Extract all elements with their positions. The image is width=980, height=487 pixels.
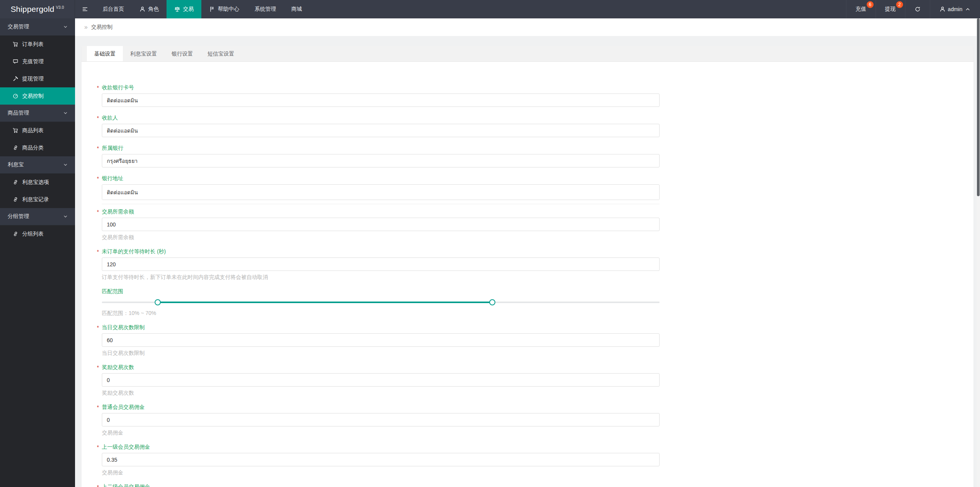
sidebar-item-withdraw-manage[interactable]: 提现管理: [0, 70, 75, 87]
sidebar: 交易管理订单列表充值管理提现管理交易控制商品管理商品列表商品分类利息宝利息宝选项…: [0, 18, 75, 487]
form-item-level2-commission: *上二级会员交易佣金: [102, 483, 973, 487]
normal-commission-input[interactable]: [102, 413, 660, 426]
sidebar-section-trade-manage[interactable]: 交易管理: [0, 18, 75, 36]
breadcrumb-label: 交易控制: [91, 24, 113, 31]
nav-item-label: 系统管理: [255, 6, 276, 13]
link-icon: [13, 179, 18, 185]
sidebar-section-label: 分组管理: [8, 213, 29, 220]
withdraw-button[interactable]: 提现 2: [875, 0, 905, 18]
app-logo: ShippergoldV3.0: [0, 0, 75, 18]
nav-item-roles[interactable]: 角色: [132, 0, 167, 18]
slider-fill: [158, 302, 492, 303]
withdraw-label: 提现: [885, 6, 896, 13]
sidebar-item-group-list[interactable]: 分组列表: [0, 225, 75, 243]
payee-card-number-input[interactable]: [102, 93, 660, 107]
payee-name-input[interactable]: [102, 124, 660, 137]
bank-name-input[interactable]: [102, 154, 660, 167]
bank-address-textarea[interactable]: [102, 184, 660, 200]
required-asterisk: *: [97, 444, 99, 451]
page-scrollbar: [977, 18, 980, 487]
form-item-bank-name: *所属银行: [102, 144, 973, 167]
gauge-icon: [13, 93, 18, 99]
cart-icon: [13, 41, 18, 47]
sidebar-item-label: 分组列表: [22, 231, 44, 238]
daily-trade-limit-input[interactable]: [102, 333, 660, 347]
link-icon: [13, 145, 18, 151]
link-icon: [13, 231, 18, 237]
sidebar-section-goods-manage[interactable]: 商品管理: [0, 105, 75, 122]
sidebar-section-group-manage[interactable]: 分组管理: [0, 208, 75, 225]
required-asterisk: *: [97, 324, 99, 331]
tab-bank[interactable]: 银行设置: [164, 46, 200, 61]
form-item-trade-required-balance: *交易所需余额交易所需余额: [102, 208, 973, 241]
sidebar-item-label: 交易控制: [22, 93, 44, 100]
chevron-down-icon: [63, 214, 68, 219]
chevron-down-icon: [63, 162, 68, 167]
sidebar-item-label: 利息宝选项: [22, 179, 49, 186]
nav-item-label: 商城: [291, 6, 302, 13]
field-help-text: 匹配范围：10% ~ 70%: [102, 310, 973, 316]
settings-form: *收款银行卡号*收款人*所属银行*银行地址*交易所需余额交易所需余额*未订单的支…: [82, 62, 973, 487]
required-asterisk: *: [97, 248, 99, 255]
field-label: *收款银行卡号: [102, 84, 134, 91]
field-label: *上二级会员交易佣金: [102, 483, 150, 487]
main-area: » 交易控制 基础设置利息宝设置银行设置短信宝设置 *收款银行卡号*收款人*所属…: [75, 18, 977, 487]
form-item-order-wait-seconds: *未订单的支付等待时长 (秒)订单支付等待时长，新下订单未在此时间内容完成支付将…: [102, 248, 973, 280]
sidebar-item-goods-category[interactable]: 商品分类: [0, 139, 75, 156]
nav-menu: 后台首页角色交易帮助中心系统管理商城: [95, 0, 310, 18]
required-asterisk: *: [97, 484, 99, 487]
nav-item-trade[interactable]: 交易: [167, 0, 201, 18]
field-label: *当日交易次数限制: [102, 324, 145, 331]
sidebar-item-goods-list[interactable]: 商品列表: [0, 122, 75, 139]
person-icon: [139, 6, 145, 12]
sidebar-item-trade-control[interactable]: 交易控制: [0, 87, 75, 105]
nav-item-mall[interactable]: 商城: [284, 0, 310, 18]
chevron-down-icon: [63, 24, 68, 30]
breadcrumb: » 交易控制: [75, 18, 977, 36]
sidebar-section-interest[interactable]: 利息宝: [0, 156, 75, 174]
nav-item-home[interactable]: 后台首页: [95, 0, 132, 18]
slider-handle-min[interactable]: [155, 299, 161, 305]
field-help-text: 交易所需余额: [102, 234, 973, 241]
sidebar-item-label: 订单列表: [22, 41, 44, 48]
sidebar-toggle-button[interactable]: [75, 0, 95, 18]
form-item-normal-commission: *普通会员交易佣金交易佣金: [102, 403, 973, 436]
settings-card: 基础设置利息宝设置银行设置短信宝设置 *收款银行卡号*收款人*所属银行*银行地址…: [82, 46, 973, 487]
field-label: *收款人: [102, 114, 118, 121]
sidebar-item-order-list[interactable]: 订单列表: [0, 36, 75, 53]
level1-commission-input[interactable]: [102, 453, 660, 466]
sidebar-item-interest-options[interactable]: 利息宝选项: [0, 174, 75, 191]
scrollbar-thumb[interactable]: [977, 18, 980, 196]
tab-basic[interactable]: 基础设置: [87, 46, 123, 61]
required-asterisk: *: [97, 404, 99, 411]
sidebar-item-label: 提现管理: [22, 75, 44, 82]
refresh-icon: [915, 6, 921, 12]
sidebar-item-recharge-manage[interactable]: 充值管理: [0, 53, 75, 70]
tab-sms[interactable]: 短信宝设置: [200, 46, 242, 61]
field-label: *普通会员交易佣金: [102, 403, 145, 410]
tab-interest[interactable]: 利息宝设置: [123, 46, 164, 61]
nav-item-system[interactable]: 系统管理: [247, 0, 284, 18]
double-chevron-icon: »: [84, 24, 88, 30]
recharge-button[interactable]: 充值 6: [846, 0, 875, 18]
field-help-text: 当日交易次数限制: [102, 349, 973, 356]
form-item-level1-commission: *上一级会员交易佣金交易佣金: [102, 443, 973, 476]
sidebar-item-interest-records[interactable]: 利息宝记录: [0, 191, 75, 208]
field-label: 匹配范围: [102, 288, 123, 295]
chevron-up-icon: [965, 6, 971, 12]
refresh-button[interactable]: [905, 0, 930, 18]
nav-item-help-center[interactable]: 帮助中心: [201, 0, 247, 18]
slider-handle-max[interactable]: [489, 299, 495, 305]
recharge-label: 充值: [856, 6, 866, 13]
sidebar-section-label: 交易管理: [8, 23, 29, 30]
top-navbar: ShippergoldV3.0 后台首页角色交易帮助中心系统管理商城 充值 6 …: [0, 0, 980, 18]
sidebar-item-label: 利息宝记录: [22, 196, 49, 203]
reward-trade-count-input[interactable]: [102, 373, 660, 387]
trade-required-balance-input[interactable]: [102, 218, 660, 231]
user-menu[interactable]: admin: [930, 0, 980, 18]
match-range-slider[interactable]: [102, 298, 660, 307]
form-item-daily-trade-limit: *当日交易次数限制当日交易次数限制: [102, 324, 973, 356]
field-help-text: 交易佣金: [102, 469, 973, 476]
link-icon: [13, 197, 18, 202]
order-wait-seconds-input[interactable]: [102, 257, 660, 271]
